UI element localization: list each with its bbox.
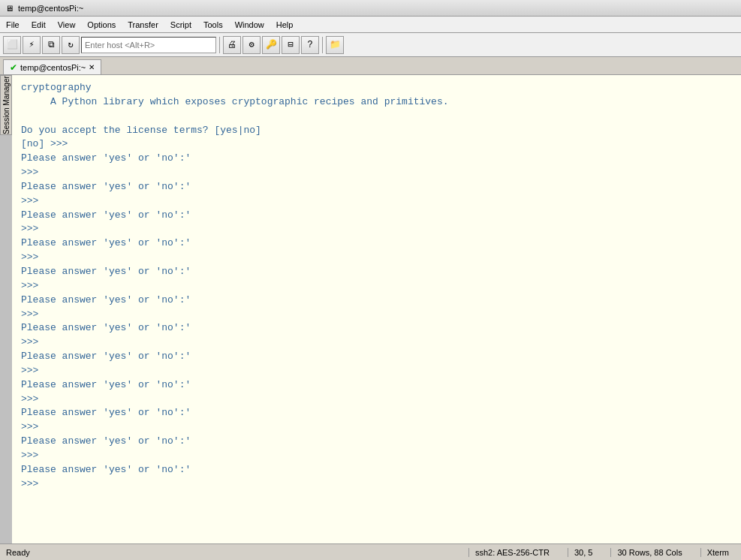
- keys-btn[interactable]: 🔑: [262, 36, 280, 54]
- tab-session[interactable]: ✔ temp@centosPi:~ ✕: [3, 59, 101, 74]
- menu-window[interactable]: Window: [229, 19, 270, 31]
- settings-btn[interactable]: ⚙: [242, 36, 261, 54]
- status-size: 30 Rows, 88 Cols: [610, 548, 688, 557]
- toolbar-sep-1: [219, 37, 220, 53]
- new-session-btn[interactable]: ⬜: [3, 36, 21, 54]
- status-term: Xterm: [700, 548, 735, 557]
- window-title: temp@centosPi:~: [18, 4, 83, 13]
- status-ready: Ready: [6, 548, 45, 557]
- menu-transfer[interactable]: Transfer: [122, 19, 164, 31]
- tab-check-icon: ✔: [10, 62, 17, 73]
- status-bar: Ready ssh2: AES-256-CTR 30, 5 30 Rows, 8…: [0, 543, 741, 560]
- menu-bar: File Edit View Options Transfer Script T…: [0, 17, 741, 33]
- status-position: 30, 5: [568, 548, 598, 557]
- menu-script[interactable]: Script: [164, 19, 197, 31]
- status-right-group: ssh2: AES-256-CTR 30, 5 30 Rows, 88 Cols…: [468, 548, 735, 557]
- lightning-btn[interactable]: ⚡: [23, 36, 41, 54]
- menu-options[interactable]: Options: [81, 19, 122, 31]
- toolbar: ⬜ ⚡ ⧉ ↻ 🖨 ⚙ 🔑 ⊟ ? 📁: [0, 33, 741, 57]
- terminal-area[interactable]: cryptography A Python library which expo…: [12, 75, 741, 543]
- terminal-output: cryptography A Python library which expo…: [21, 81, 732, 491]
- tab-close-btn[interactable]: ✕: [89, 63, 95, 71]
- help-btn[interactable]: ?: [301, 36, 319, 54]
- menu-view[interactable]: View: [52, 19, 82, 31]
- status-encryption: ssh2: AES-256-CTR: [468, 548, 556, 557]
- session-manager-tab[interactable]: Session Manager: [0, 75, 12, 135]
- sftp-btn[interactable]: 📁: [326, 36, 344, 54]
- menu-edit[interactable]: Edit: [26, 19, 52, 31]
- menu-file[interactable]: File: [0, 19, 26, 31]
- menu-help[interactable]: Help: [270, 19, 300, 31]
- title-bar: 🖥 temp@centosPi:~: [0, 0, 741, 17]
- filter-btn[interactable]: ⊟: [282, 36, 300, 54]
- tab-bar: ✔ temp@centosPi:~ ✕: [0, 57, 741, 75]
- host-input[interactable]: [81, 37, 216, 53]
- print-btn[interactable]: 🖨: [223, 36, 241, 54]
- toolbar-sep-2: [322, 37, 323, 53]
- app-icon: 🖥: [3, 2, 15, 14]
- menu-tools[interactable]: Tools: [197, 19, 229, 31]
- duplicate-btn[interactable]: ⧉: [42, 36, 60, 54]
- reconnect-btn[interactable]: ↻: [62, 36, 80, 54]
- tab-label: temp@centosPi:~: [20, 63, 86, 72]
